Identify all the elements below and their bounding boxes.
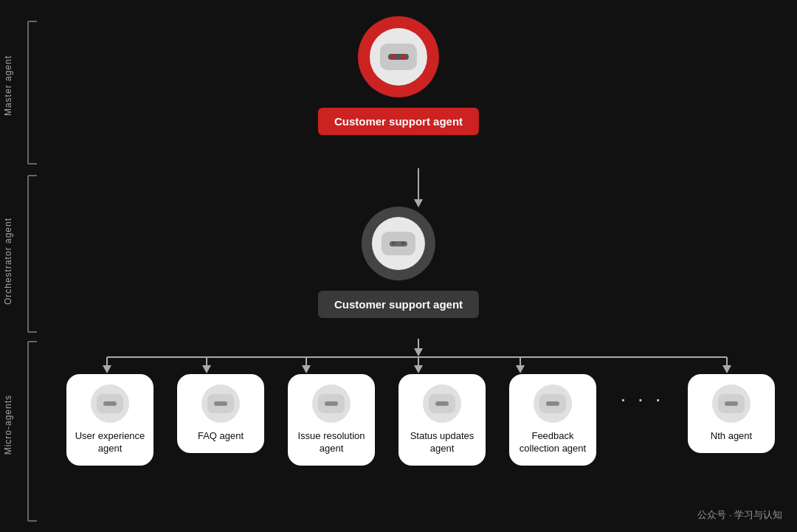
master-agent-node: Customer support agent <box>318 16 479 135</box>
orchestrator-agent-label: Customer support agent <box>318 291 479 318</box>
micro-card-status: Status updates agent <box>398 374 486 466</box>
micro-card-feedback: Feedback collection agent <box>509 374 596 466</box>
orchestrator-agent-node: Customer support agent <box>318 207 479 318</box>
feedback-robot-icon <box>534 384 572 423</box>
master-agent-label: Customer support agent <box>318 108 479 135</box>
nth-robot-face <box>718 394 745 413</box>
svg-marker-23 <box>516 365 525 373</box>
faq-agent-label: FAQ agent <box>198 430 244 443</box>
svg-marker-17 <box>202 365 211 373</box>
issue-eye-bar <box>325 401 338 406</box>
status-agent-label: Status updates agent <box>404 430 480 455</box>
bracket-label-micro: Micro-agents <box>3 395 13 455</box>
svg-marker-15 <box>103 365 111 373</box>
micro-card-nth: Nth agent <box>688 374 775 453</box>
svg-marker-19 <box>302 365 311 373</box>
issue-robot-icon <box>312 384 351 423</box>
orchestrator-circle-outer <box>362 207 435 280</box>
faq-eye-bar <box>214 401 227 406</box>
nth-agent-label: Nth agent <box>711 430 752 443</box>
feedback-robot-face <box>539 394 566 413</box>
ux-robot-face <box>97 394 123 413</box>
svg-marker-12 <box>414 348 423 356</box>
ellipsis-dots: · · · <box>621 389 664 410</box>
nth-robot-icon <box>712 384 751 423</box>
ux-eye-bar <box>103 401 117 406</box>
micro-card-issue: Issue resolution agent <box>288 374 375 466</box>
faq-robot-icon <box>201 384 240 423</box>
diagram-container: Master agent Orchestrator agent Micro-ag… <box>0 0 797 532</box>
issue-robot-face <box>318 394 345 413</box>
faq-robot-face <box>207 394 234 413</box>
bracket-label-master: Master agent <box>3 55 13 116</box>
issue-agent-label: Issue resolution agent <box>294 430 369 455</box>
svg-marker-25 <box>722 365 731 373</box>
feedback-agent-label: Feedback collection agent <box>515 430 590 455</box>
status-eye-bar <box>435 401 449 406</box>
nth-eye-bar <box>725 401 738 406</box>
status-robot-face <box>429 394 455 413</box>
master-circle-inner <box>370 28 427 86</box>
micro-agents-row: User experience agent FAQ agent Issue re… <box>59 374 782 466</box>
micro-card-faq: FAQ agent <box>177 374 264 453</box>
status-robot-icon <box>423 384 461 423</box>
bracket-label-orchestrator: Orchestrator agent <box>3 218 13 305</box>
micro-card-ux: User experience agent <box>66 374 153 466</box>
micro-dots-spacer: · · · <box>620 374 664 410</box>
master-circle-outer <box>358 16 439 97</box>
ux-robot-icon <box>91 384 129 423</box>
watermark: 公众号 · 学习与认知 <box>697 508 782 522</box>
orchestrator-circle-inner <box>372 217 425 270</box>
ux-agent-label: User experience agent <box>72 430 148 455</box>
svg-marker-21 <box>414 365 423 373</box>
feedback-eye-bar <box>546 401 559 406</box>
